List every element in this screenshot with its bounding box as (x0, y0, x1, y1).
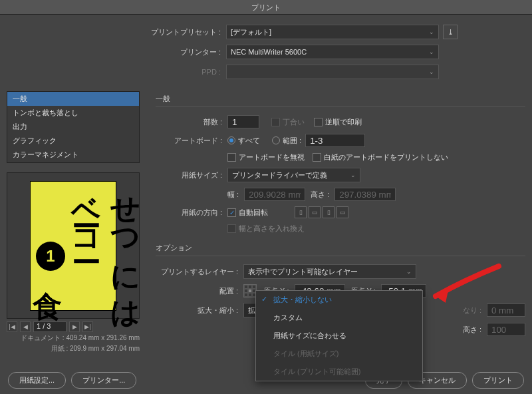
overlap-label: なり : (463, 305, 487, 315)
printer-select[interactable]: NEC MultiWriter 5600C ⌄ (226, 45, 439, 59)
preset-label: プリントプリセット : (0, 27, 226, 37)
layers-value: 表示中でプリント可能なレイヤー (248, 267, 358, 277)
align-label: 配置 : (156, 286, 243, 296)
sidebar-item-marks[interactable]: トンボと裁ち落とし (7, 106, 139, 120)
pager-last-icon[interactable]: ▶| (82, 321, 93, 332)
ppd-label: PPD : (0, 68, 226, 76)
auto-rotate-label: 自動回転 (239, 208, 268, 218)
printer-label: プリンター : (0, 47, 226, 57)
sidebar-item-output[interactable]: 出力 (7, 120, 139, 134)
scale-label: 拡大・縮小 : (156, 305, 243, 315)
dropdown-item-tile-paper: タイル (用紙サイズ) (256, 345, 422, 363)
pager-input[interactable]: 1 / 3 (33, 321, 66, 332)
pager-prev-icon[interactable]: ◀ (20, 321, 31, 332)
height-label: 高さ : (311, 190, 334, 200)
scale-dropdown-popup: 拡大・縮小しない カスタム 用紙サイズに合わせる タイル (用紙サイズ) タイル… (255, 290, 423, 381)
chevron-down-icon: ⌄ (406, 268, 412, 275)
preview-vertical-text: せつには ベーコー 食 (28, 176, 146, 315)
chevron-down-icon: ⌄ (350, 172, 356, 178)
general-section-header: 一般 (156, 91, 525, 107)
ignore-artboard-checkbox[interactable] (227, 153, 236, 162)
window-titlebar: プリント (0, 0, 532, 15)
pager-next-icon[interactable]: ▶ (69, 321, 80, 332)
artboard-label: アートボード : (156, 136, 227, 146)
collate-checkbox (271, 118, 280, 126)
auto-rotate-checkbox[interactable] (227, 208, 236, 217)
printer-setup-button[interactable]: プリンター... (71, 372, 136, 389)
copies-input[interactable] (227, 115, 259, 128)
page-setup-button[interactable]: 用紙設定... (8, 372, 66, 389)
chevron-down-icon: ⌄ (429, 29, 434, 35)
portrait-flip-icon: ▯ (323, 206, 334, 218)
paper-size-label: 用紙サイズ : (156, 170, 227, 180)
width-input (244, 188, 305, 201)
sidebar-item-color[interactable]: カラーマネジメント (7, 148, 139, 162)
all-radio[interactable] (227, 136, 235, 144)
preset-value: [デフォルト] (231, 27, 271, 37)
preview-artboard: 1 せつには ベーコー 食 (30, 181, 116, 311)
skip-blank-checkbox[interactable] (313, 153, 321, 162)
sidebar-item-graphics[interactable]: グラフィック (7, 134, 139, 148)
print-preview: 1 せつには ベーコー 食 (7, 172, 140, 319)
copies-label: 部数 : (156, 117, 227, 127)
reverse-checkbox[interactable] (314, 118, 323, 126)
overlap-input (487, 303, 525, 317)
opt-height-label: 高さ : (463, 325, 487, 335)
paper-size-select[interactable]: プリンタードライバーで定義 ⌄ (227, 168, 360, 182)
height-input (334, 188, 396, 201)
chevron-down-icon: ⌄ (429, 49, 434, 55)
document-dimensions: ドキュメント : 409.24 mm x 291.26 mm (7, 333, 140, 343)
section-sidebar[interactable]: 一般 トンボと裁ち落とし 出力 グラフィック カラーマネジメント (7, 91, 140, 163)
swap-wh-label: 幅と高さを入れ換え (239, 224, 305, 234)
dropdown-item-custom[interactable]: カスタム (256, 309, 422, 327)
dropdown-item-fit[interactable]: 用紙サイズに合わせる (256, 327, 422, 345)
all-label: すべて (238, 136, 260, 146)
preset-select[interactable]: [デフォルト] ⌄ (226, 25, 439, 39)
range-label: 範囲 : (283, 136, 301, 146)
paper-size-value: プリンタードライバーで定義 (232, 170, 327, 180)
printer-value: NEC MultiWriter 5600C (231, 48, 307, 56)
layers-select[interactable]: 表示中でプリント可能なレイヤー ⌄ (243, 264, 416, 279)
opt-height-input (487, 323, 525, 336)
preview-pager: |◀ ◀ 1 / 3 ▶ ▶| (7, 321, 140, 332)
swap-wh-checkbox (227, 224, 236, 233)
dropdown-item-no-scale[interactable]: 拡大・縮小しない (256, 291, 422, 309)
pager-first-icon[interactable]: |◀ (7, 321, 17, 332)
landscape-flip-icon: ▭ (336, 206, 348, 218)
save-preset-icon[interactable]: ⤓ (443, 25, 458, 39)
window-title: プリント (251, 3, 281, 11)
reverse-label: 逆順で印刷 (325, 117, 362, 127)
portrait-icon: ▯ (295, 206, 307, 218)
orientation-label: 用紙の方向 : (156, 208, 227, 218)
collate-label: 丁合い (283, 117, 305, 127)
layers-label: プリントするレイヤー : (156, 267, 243, 277)
options-section-header: オプション (156, 240, 525, 256)
alignment-grid[interactable] (243, 284, 257, 297)
range-radio[interactable] (272, 136, 280, 144)
dropdown-item-tile-printable: タイル (プリント可能範囲) (256, 363, 422, 381)
paper-dimensions: 用紙 : 209.9 mm x 297.04 mm (7, 344, 140, 353)
chevron-down-icon: ⌄ (429, 69, 434, 75)
skip-blank-label: 白紙のアートボードをプリントしない (324, 152, 448, 162)
landscape-icon: ▭ (309, 206, 321, 218)
ignore-artboard-label: アートボードを無視 (239, 152, 305, 162)
ppd-select: ⌄ (226, 65, 439, 79)
print-button[interactable]: プリント (472, 372, 524, 389)
sidebar-item-general[interactable]: 一般 (7, 92, 139, 106)
width-label: 幅 : (227, 190, 244, 200)
range-input[interactable] (305, 134, 365, 147)
